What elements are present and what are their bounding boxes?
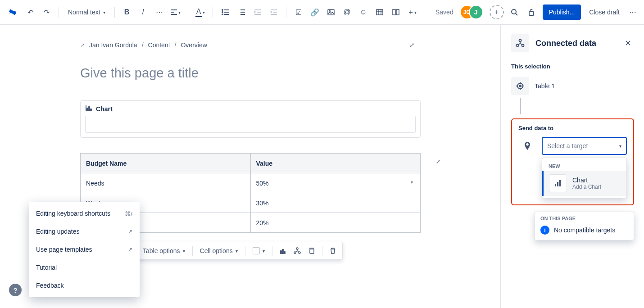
text-color-icon[interactable]: A▾: [193, 5, 208, 20]
connected-data-icon: [511, 34, 529, 52]
this-selection-heading: This selection: [511, 63, 634, 70]
table-header[interactable]: Value: [250, 154, 421, 173]
send-data-section: Send data to Select a target ▾ NEW C: [511, 118, 634, 205]
external-link-icon: ↗: [128, 246, 132, 253]
breadcrumb: ↗ Jan Ivan Gordola / Content / Overview …: [80, 38, 500, 52]
table-options-dropdown[interactable]: Table options ▾: [139, 244, 189, 258]
connection-stem: [520, 98, 521, 114]
on-this-page-heading: ON THIS PAGE: [540, 216, 628, 221]
info-icon: i: [540, 226, 549, 235]
table-cell[interactable]: Needs: [81, 173, 251, 193]
emoji-icon[interactable]: ☺: [356, 5, 371, 20]
external-link-icon: ↗: [128, 228, 132, 235]
selected-source[interactable]: Table 1: [511, 77, 634, 95]
text-style-dropdown[interactable]: Normal text ▾: [63, 5, 110, 20]
help-menu-label: Tutorial: [36, 264, 57, 271]
alignment-icon[interactable]: ▾: [168, 5, 183, 20]
svg-point-1: [222, 12, 223, 13]
italic-icon[interactable]: I: [136, 5, 151, 20]
table-options-label: Table options: [143, 247, 180, 254]
help-fab-icon[interactable]: ?: [9, 284, 22, 296]
selected-source-name: Table 1: [535, 82, 555, 90]
page-title-input[interactable]: Give this page a title: [80, 66, 500, 81]
svg-rect-7: [396, 9, 399, 15]
copy-table-icon[interactable]: [305, 244, 318, 258]
link-icon[interactable]: 🔗: [307, 5, 322, 20]
close-icon[interactable]: ✕: [621, 37, 634, 50]
svg-rect-27: [559, 180, 561, 186]
image-icon[interactable]: [323, 5, 339, 20]
svg-rect-9: [529, 12, 534, 15]
svg-rect-19: [310, 249, 314, 254]
expand-canvas-icon[interactable]: ⤢: [409, 41, 415, 49]
more-format-icon[interactable]: ⋯: [152, 5, 167, 20]
svg-point-24: [519, 85, 521, 87]
svg-point-16: [296, 248, 298, 249]
cell-background-dropdown[interactable]: ▾: [249, 244, 268, 258]
more-actions-icon[interactable]: ⋯: [625, 5, 640, 20]
cell-value: 50%: [256, 180, 269, 187]
outdent-icon[interactable]: [250, 5, 265, 20]
help-menu: Editing keyboard shortcuts ⌘/ Editing up…: [29, 202, 140, 297]
dropdown-section-label: NEW: [542, 162, 626, 171]
target-crosshair-icon: [511, 77, 529, 95]
breadcrumb-user[interactable]: Jan Ivan Gordola: [89, 41, 137, 49]
chart-macro-block[interactable]: Chart: [80, 100, 421, 138]
search-icon[interactable]: [507, 5, 522, 20]
move-page-icon[interactable]: ↗: [80, 42, 85, 48]
cell-dropdown-icon[interactable]: ▾: [407, 177, 417, 187]
indent-icon[interactable]: [266, 5, 281, 20]
chart-macro-icon: [85, 104, 92, 113]
invite-add-icon[interactable]: +: [490, 5, 504, 19]
top-toolbar: ↶ ↷ Normal text ▾ B I ⋯ ▾ A▾ ☑ 🔗 @ ☺ ＋▾ …: [0, 0, 644, 25]
cell-options-dropdown[interactable]: Cell options ▾: [196, 244, 241, 258]
publish-button[interactable]: Publish...: [543, 5, 581, 20]
breadcrumb-content[interactable]: Content: [148, 41, 170, 49]
help-menu-shortcuts[interactable]: Editing keyboard shortcuts ⌘/: [29, 204, 140, 222]
layouts-icon[interactable]: [388, 5, 404, 20]
table-cell[interactable]: 20%: [250, 213, 421, 233]
target-dropdown-list: NEW Chart Add a Chart: [542, 158, 627, 198]
no-targets-text: No compatible targets: [554, 226, 615, 234]
saved-indicator: Saved: [435, 9, 454, 16]
svg-rect-3: [328, 9, 334, 15]
numbered-list-icon[interactable]: [234, 5, 249, 20]
svg-rect-10: [87, 108, 88, 111]
table-chart-icon[interactable]: [276, 244, 290, 258]
panel-title: Connected data: [535, 39, 596, 48]
table-icon[interactable]: [372, 5, 387, 20]
confluence-logo-icon: [4, 7, 22, 18]
dropdown-item-chart[interactable]: Chart Add a Chart: [542, 171, 626, 196]
redo-icon[interactable]: ↷: [39, 5, 54, 20]
undo-icon[interactable]: ↶: [23, 5, 38, 20]
table-cell[interactable]: 30%: [250, 193, 421, 213]
chart-slot[interactable]: [85, 116, 416, 133]
table-floating-toolbar: Table options ▾ Cell options ▾ ▾: [136, 242, 343, 260]
delete-table-icon[interactable]: [326, 244, 340, 258]
help-menu-shortcut: ⌘/: [125, 210, 132, 217]
table-wide-toggle-icon[interactable]: ⤢: [436, 159, 440, 165]
svg-rect-14: [282, 249, 283, 254]
help-menu-templates[interactable]: Use page templates ↗: [29, 240, 140, 258]
insert-plus-icon[interactable]: ＋▾: [404, 5, 420, 20]
table-row[interactable]: Needs 50% ▾: [81, 173, 421, 193]
svg-point-8: [512, 9, 516, 14]
close-draft-button[interactable]: Close draft: [585, 5, 624, 20]
help-menu-tutorial[interactable]: Tutorial: [29, 258, 140, 276]
bold-icon[interactable]: B: [119, 5, 135, 20]
bullet-list-icon[interactable]: [218, 5, 233, 20]
breadcrumb-overview[interactable]: Overview: [181, 41, 207, 49]
mention-icon[interactable]: @: [340, 5, 355, 20]
help-menu-feedback[interactable]: Feedback: [29, 276, 140, 294]
restrictions-unlocked-icon[interactable]: [524, 5, 539, 20]
breadcrumb-separator: /: [142, 41, 144, 49]
table-header[interactable]: Budget Name: [81, 154, 251, 173]
select-target-placeholder: Select a target: [547, 142, 588, 149]
table-cell[interactable]: 50% ▾: [250, 173, 421, 193]
avatar[interactable]: J: [469, 5, 483, 19]
help-menu-label: Use page templates: [36, 246, 92, 253]
help-menu-updates[interactable]: Editing updates ↗: [29, 222, 140, 240]
connected-data-icon[interactable]: [290, 244, 304, 258]
action-item-icon[interactable]: ☑: [291, 5, 306, 20]
select-target-dropdown[interactable]: Select a target ▾: [542, 137, 627, 155]
